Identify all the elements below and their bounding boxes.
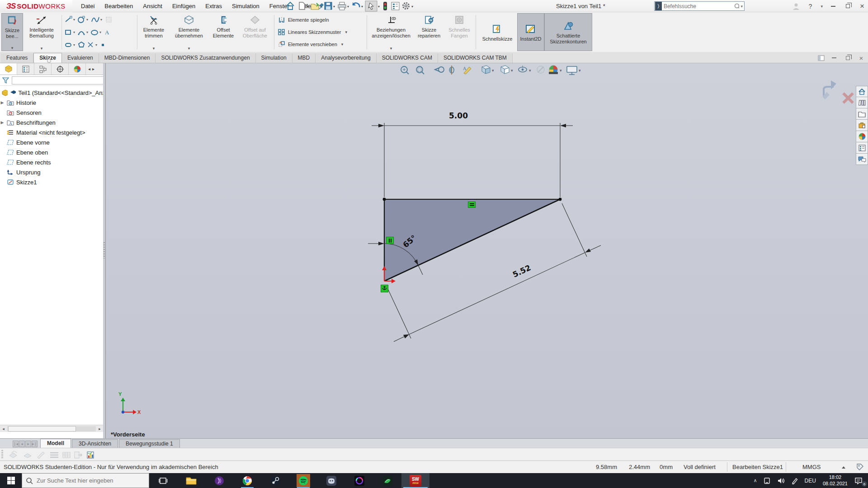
lines-icon[interactable] xyxy=(50,453,58,457)
tree-item-historie[interactable]: ▶ Historie xyxy=(0,98,105,108)
tree-item-material[interactable]: Material <nicht festgelegt> xyxy=(0,127,105,137)
tab-mbd[interactable]: MBD xyxy=(292,53,316,63)
windows-search-input[interactable] xyxy=(37,477,145,484)
scroll-right-icon[interactable]: ▸ xyxy=(96,426,103,432)
panel-horizontal-scrollbar[interactable]: ◂ ▸ xyxy=(0,425,103,432)
tab-modell[interactable]: Modell xyxy=(40,439,71,448)
status-tag-icon[interactable] xyxy=(856,463,864,471)
point-tool-icon[interactable] xyxy=(99,41,106,48)
zoom-fit-icon[interactable] xyxy=(401,66,409,74)
tree-item-part[interactable]: Teil1 (Standard<<Standard>_Anz xyxy=(0,88,105,98)
status-units[interactable]: MMGS xyxy=(802,464,821,470)
taskbar-aura-app[interactable] xyxy=(345,473,373,488)
tab-analysevorbereitung[interactable]: Analysevorbereitung xyxy=(316,53,376,63)
start-button[interactable] xyxy=(0,473,22,488)
new-dropdown-icon[interactable]: ▾ xyxy=(307,5,308,9)
expand-arrow-icon[interactable]: ▶ xyxy=(0,100,5,105)
taskbar-discord[interactable] xyxy=(317,473,345,488)
quick-snaps-button[interactable]: Schnelles Fangen xyxy=(444,13,474,51)
circle-tool-icon[interactable] xyxy=(77,16,85,23)
tree-item-ursprung[interactable]: Ursprung xyxy=(0,167,105,177)
taskbar-steam[interactable] xyxy=(261,473,289,488)
taskbar-file-explorer[interactable] xyxy=(177,473,205,488)
circle-dropdown-icon[interactable]: ▾ xyxy=(86,18,88,22)
close-button[interactable]: × xyxy=(858,2,866,11)
units-dropdown-icon[interactable] xyxy=(842,466,845,469)
move-entities-button[interactable]: Elemente verschieben ▾ xyxy=(278,39,363,49)
taskpane-home-tab[interactable] xyxy=(856,86,868,97)
display-relations-button[interactable]: Beziehungen anzeigen/löschen ▾ xyxy=(368,13,414,51)
line-dropdown-icon[interactable]: ▾ xyxy=(73,18,75,22)
taskpane-forum-tab[interactable] xyxy=(856,154,868,165)
taskpane-custom-properties-tab[interactable] xyxy=(856,142,868,154)
arc-dropdown-icon[interactable]: ▾ xyxy=(86,30,88,34)
confirm-corner-arrow-icon[interactable] xyxy=(822,80,836,99)
trim-dropdown-icon[interactable]: ▾ xyxy=(153,46,155,51)
graphics-area[interactable]: 5.00 65° 5.52 Y X *Vorderseite xyxy=(106,63,868,438)
new-document-icon[interactable] xyxy=(299,2,305,9)
tab-configuration-manager[interactable] xyxy=(34,63,52,75)
view-settings-dropdown-icon[interactable]: ▾ xyxy=(579,68,581,73)
toolbar-grip[interactable] xyxy=(1,450,3,459)
tab-features[interactable]: Features xyxy=(1,53,33,63)
options-list-icon[interactable] xyxy=(392,2,399,10)
slot-tool-icon[interactable] xyxy=(64,41,72,48)
tab-solidworks-cam-tbm[interactable]: SOLIDWORKS CAM TBM xyxy=(438,53,513,63)
taskpane-toolbox-tab[interactable] xyxy=(856,120,868,131)
taskbar-solidworks[interactable]: SW2019 xyxy=(401,473,429,488)
trim-small-icon[interactable] xyxy=(86,41,94,48)
taskpane-file-explorer-tab[interactable] xyxy=(856,108,868,120)
open-dropdown-icon[interactable]: ▾ xyxy=(320,5,322,9)
menu-ansicht[interactable]: Ansicht xyxy=(138,0,167,12)
tree-item-ebene-vorne[interactable]: Ebene vorne xyxy=(0,137,105,147)
dimension-width[interactable] xyxy=(372,123,573,197)
line-tool-icon[interactable] xyxy=(64,16,72,23)
search-dropdown-icon[interactable]: ▾ xyxy=(739,4,744,9)
view-settings-icon[interactable] xyxy=(567,66,577,75)
zoom-area-icon[interactable] xyxy=(416,66,424,74)
viewport-close-icon[interactable]: × xyxy=(857,53,865,62)
tab-solidworks-cam[interactable]: SOLIDWORKS CAM xyxy=(377,53,438,63)
hide-show-dropdown-icon[interactable]: ▾ xyxy=(529,68,531,73)
menu-bearbeiten[interactable]: Bearbeiten xyxy=(99,0,138,12)
scrollbar-thumb[interactable] xyxy=(8,426,76,432)
tab-nav-last-icon[interactable]: ▸❘ xyxy=(32,441,38,447)
taskbar-media-app[interactable] xyxy=(205,473,233,488)
previous-view-icon[interactable] xyxy=(435,67,444,72)
tree-item-ebene-rechts[interactable]: Ebene rechts xyxy=(0,157,105,167)
windows-search-box[interactable] xyxy=(22,473,149,488)
view-orientation-icon[interactable] xyxy=(482,66,490,74)
panel-tabs-left-icon[interactable]: ◂ xyxy=(88,66,90,71)
mirror-entities-button[interactable]: Elemente spiegeln xyxy=(278,15,363,25)
tab-feature-tree[interactable] xyxy=(0,63,17,75)
task-view-button[interactable] xyxy=(149,473,177,488)
panel-tabs-right-icon[interactable]: ▸ xyxy=(92,66,94,71)
quick-sketch-button[interactable]: Schnellskizze xyxy=(477,13,517,51)
flatten-icon[interactable] xyxy=(24,454,31,458)
expand-arrow-icon[interactable]: ▶ xyxy=(0,120,5,125)
vertex-top-left[interactable] xyxy=(383,198,386,201)
view-orientation-dropdown-icon[interactable]: ▾ xyxy=(492,68,494,73)
exit-sketch-dropdown-icon[interactable]: ▾ xyxy=(11,46,14,50)
arc-tool-icon[interactable] xyxy=(77,28,85,36)
tab-3d-ansichten[interactable]: 3D-Ansichten xyxy=(72,439,118,448)
slot-dropdown-icon[interactable]: ▾ xyxy=(73,43,75,47)
taskbar-green-app[interactable] xyxy=(373,473,401,488)
menu-simulation[interactable]: Simulation xyxy=(227,0,264,12)
relations-dropdown-icon[interactable]: ▾ xyxy=(390,46,392,51)
restore-button[interactable] xyxy=(844,2,852,11)
save-icon[interactable] xyxy=(325,2,332,9)
viewport-minimize-icon[interactable] xyxy=(830,53,838,62)
undo-dropdown-icon[interactable]: ▾ xyxy=(361,5,363,9)
tray-hidden-icons-button[interactable]: ∧ xyxy=(750,473,760,488)
tree-item-ebene-oben[interactable]: Ebene oben xyxy=(0,147,105,157)
rebuild-icon[interactable] xyxy=(383,2,387,10)
exit-sketch-button[interactable]: Skizze bee... ▾ xyxy=(1,13,23,51)
linear-pattern-dropdown-icon[interactable]: ▾ xyxy=(345,30,347,34)
tab-simulation[interactable]: Simulation xyxy=(256,53,292,63)
select-dropdown-icon[interactable]: ▾ xyxy=(378,5,380,9)
linear-pattern-button[interactable]: Lineares Skizzenmuster ▾ xyxy=(278,27,363,37)
convert-dropdown-icon[interactable]: ▾ xyxy=(188,46,190,51)
action-center-button[interactable]: 6 xyxy=(851,473,868,488)
repair-sketch-button[interactable]: Skizze reparieren xyxy=(414,13,444,51)
